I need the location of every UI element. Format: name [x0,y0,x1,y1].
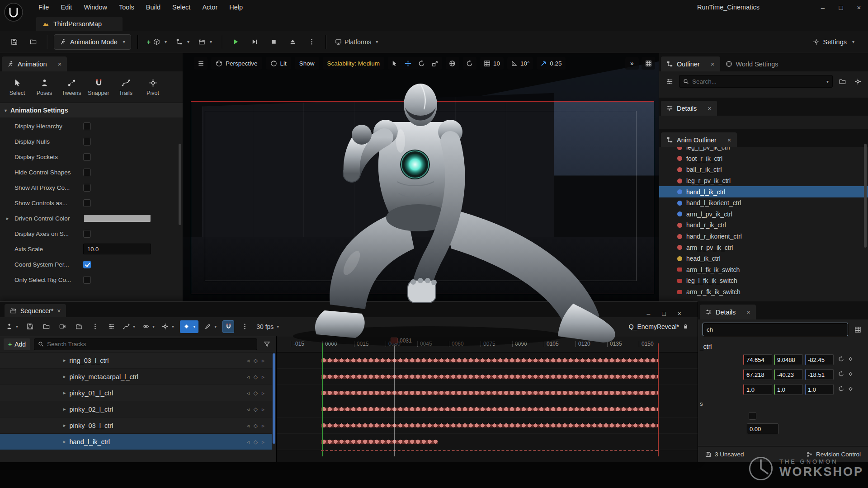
menu-build[interactable]: Build [140,1,166,13]
editor-mode-dropdown[interactable]: Animation Mode ▾ [54,34,131,50]
settings-dropdown[interactable]: Settings ▾ [813,38,854,46]
lit-dropdown[interactable]: Lit [266,57,291,70]
checkbox[interactable] [83,169,91,176]
menu-tools[interactable]: Tools [113,1,140,13]
create-camera-button[interactable] [57,320,68,333]
sequencer-minimize-button[interactable]: – [647,310,651,317]
expand-icon[interactable]: ▸ [63,439,66,445]
playback-options-button[interactable]: ▾ [160,320,175,333]
outliner-search-input[interactable] [692,78,821,85]
prev-key-icon[interactable]: ◃ [247,374,250,380]
anim-tool-select[interactable]: Select [5,75,30,99]
add-actor-dropdown[interactable]: +▾ [144,34,170,50]
tab-anim-outliner[interactable]: Anim Outliner × [661,132,737,147]
play-button[interactable] [228,34,243,50]
close-icon[interactable]: × [746,308,750,316]
unreal-logo[interactable] [4,2,24,22]
expand-icon[interactable]: ▸ [63,357,66,363]
anim-outliner-item-arm-r-fk-ik-switch[interactable]: arm_r_fk_ik_switch [659,286,868,298]
render-movie-button[interactable] [73,320,85,333]
value-field[interactable]: 1.0 [774,384,803,395]
sequencer-actions-button[interactable] [105,320,117,333]
add-key-icon[interactable] [848,356,854,363]
save-button[interactable] [6,34,22,50]
close-icon[interactable]: × [708,104,712,112]
immersive-mode-button[interactable] [642,57,655,70]
keyframes[interactable] [321,369,658,385]
next-key-icon[interactable]: ▹ [262,439,264,445]
next-key-icon[interactable]: ▹ [262,357,264,364]
outliner-search[interactable]: ▾ [679,75,833,88]
checkbox[interactable] [83,153,91,161]
value-field[interactable]: -18.51 [805,369,834,380]
checkbox[interactable] [83,199,91,207]
tab-details-bottom[interactable]: Details × [700,305,756,319]
anim-outliner-item-foot-r-ik-ctrl[interactable]: foot_r_ik_ctrl [659,153,868,164]
anim-outliner-item-arm-l-fk-ik-switch[interactable]: arm_l_fk_ik_switch [659,264,868,276]
axis-scale-input[interactable] [83,244,151,254]
frame-skip-button[interactable] [247,34,262,50]
keyframes[interactable] [321,418,658,433]
next-key-icon[interactable]: ▹ [262,422,264,429]
prev-key-icon[interactable]: ◃ [247,439,250,445]
next-key-icon[interactable]: ▹ [262,390,264,396]
browse-content-button[interactable] [25,34,41,50]
anim-outliner-item-arm-r-pv-ik-ctrl[interactable]: arm_r_pv_ik_ctrl [659,242,868,253]
stop-button[interactable] [266,34,281,50]
prev-key-icon[interactable]: ◃ [247,390,250,396]
checkbox[interactable] [83,276,91,284]
tab-thirdpersonmap[interactable]: ThirdPersonMap [36,17,123,31]
eject-button[interactable] [285,34,300,50]
value-field[interactable]: 0.00 [747,423,778,434]
anim-tool-poses[interactable]: Poses [32,75,57,99]
next-key-icon[interactable]: ▹ [262,374,264,380]
details-search[interactable] [703,323,848,336]
revert-icon[interactable] [838,386,844,393]
menu-file[interactable]: File [33,1,55,13]
details-view-button[interactable] [852,324,863,335]
keyframes[interactable] [321,352,658,368]
close-icon[interactable]: × [57,60,61,68]
maximize-button[interactable]: □ [832,1,850,14]
keyframes[interactable] [321,434,438,450]
anim-outliner-item-hand-l-ik-ctrl[interactable]: hand_l_ik_ctrl [659,186,868,197]
add-key-icon[interactable]: ◇ [254,439,258,445]
lock-icon[interactable] [683,324,689,329]
tab-sequencer[interactable]: Sequencer* × [5,304,66,317]
prev-key-icon[interactable]: ◃ [247,357,250,364]
sequencer-maximize-button[interactable]: □ [662,310,665,317]
value-field[interactable]: 67.218 [743,369,772,380]
tab-animation[interactable]: Animation × [2,56,67,71]
track-row-pinky-02-l-ctrl[interactable]: ▸pinky_02_l_ctrl◃◇▹ [0,401,272,418]
value-field[interactable]: 1.0 [805,384,834,395]
add-key-icon[interactable] [848,371,854,378]
close-button[interactable]: × [850,1,868,14]
expand-icon[interactable]: ▸ [63,374,66,380]
add-key-icon[interactable]: ◇ [254,406,258,413]
auto-key-button[interactable]: ▾ [203,320,218,333]
sequencer-more-button[interactable] [89,320,101,333]
revert-icon[interactable] [838,371,844,378]
play-options-button[interactable] [304,34,319,50]
anim-outliner-item-ball-r-ik-ctrl[interactable]: ball_r_ik_ctrl [659,164,868,175]
tab-world-settings[interactable]: World Settings [720,56,784,71]
viewport-menu-button[interactable] [194,57,208,70]
track-row-pinky-metacarpal-l-ctrl[interactable]: ▸pinky_metacarpal_l_ctrl◃◇▹ [0,369,272,385]
sequence-name[interactable]: Q_EnemyReveal* [629,323,679,330]
revert-icon[interactable] [838,356,844,363]
value-field[interactable]: 74.654 [743,354,772,365]
save-sequence-button[interactable] [24,320,36,333]
sequencer-view-dropdown[interactable]: ▾ [5,320,19,333]
track-search-input[interactable] [47,341,253,347]
checkbox[interactable] [749,412,756,420]
anim-outliner-item-hand-r-ik-ctrl[interactable]: hand_r_ik_ctrl [659,220,868,231]
checkbox[interactable] [83,230,91,238]
track-row-hand-l-ik-ctrl[interactable]: ▸hand_l_ik_ctrl◃◇▹ [0,434,272,450]
anim-outliner-item-head-ik-ctrl[interactable]: head_ik_ctrl [659,253,868,264]
cinematics-dropdown[interactable]: ▾ [196,34,215,50]
snap-button[interactable] [222,320,234,333]
details-search-input[interactable] [707,326,844,333]
track-row-pinky-03-l-ctrl[interactable]: ▸pinky_03_l_ctrl◃◇▹ [0,418,272,434]
anim-outliner-item-leg-r-pv-ik-ctrl[interactable]: leg_r_pv_ik_ctrl [659,175,868,187]
close-icon[interactable]: × [57,307,61,314]
